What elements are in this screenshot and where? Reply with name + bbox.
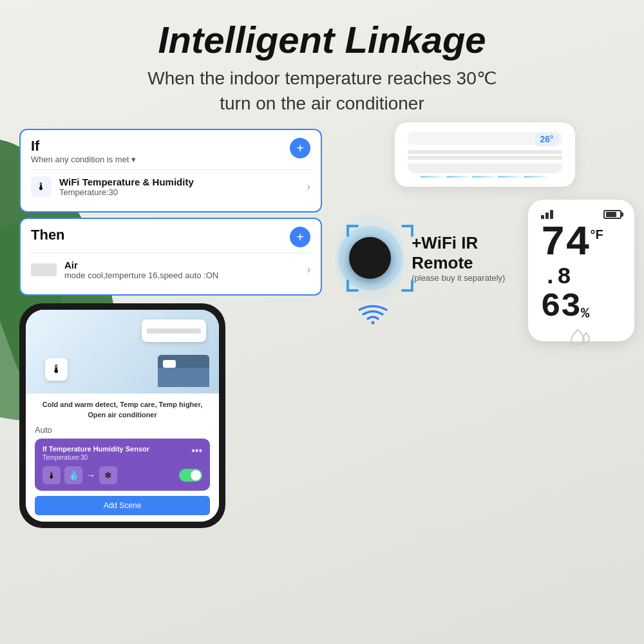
mini-ac-unit [142, 319, 206, 342]
thermometer-device: 74 °F .8 63 % [528, 200, 635, 341]
condition-value: Temperature:30 [59, 187, 307, 197]
right-panel: 26° [322, 129, 634, 528]
subtitle-line2: turn on the air conditioner [220, 93, 424, 113]
signal-bars-icon [541, 210, 553, 219]
auto-card-subtitle: Temperature:30 [43, 454, 149, 461]
temperature-decimal: .8 [544, 264, 571, 290]
ir-label: +WiFi IR Remote (please buy it separatel… [412, 233, 515, 283]
ir-arrows-svg [335, 213, 425, 303]
ac-vent-2 [408, 156, 562, 160]
phone-description: Cold and warm detect, Temp care, Temp hi… [35, 400, 210, 420]
signal-bar-3 [550, 210, 553, 219]
add-scene-button[interactable]: Add Scene [35, 496, 210, 515]
ac-unit: 26° [395, 122, 575, 187]
ac-icon [31, 263, 57, 276]
mini-sensor-icon: 🌡 [45, 358, 68, 381]
wind-line-1 [421, 176, 446, 178]
condition-row: 🌡 WiFi Temperature & Humidity Temperatur… [31, 169, 310, 204]
automation-card[interactable]: If Temperature Humidity Sensor Temperatu… [35, 439, 210, 491]
then-card-header: Then + [31, 227, 310, 247]
wind-line-5 [524, 176, 549, 178]
humidity-value: 63 [541, 290, 581, 324]
if-label: If [31, 138, 136, 155]
temperature-display: 74 °F [541, 223, 622, 264]
condition-name: WiFi Temperature & Humidity [59, 176, 307, 187]
ac-bottom [408, 164, 562, 173]
humidity-display: 63 % [541, 290, 622, 324]
temperature-unit: °F [590, 228, 603, 241]
auto-card-title: If Temperature Humidity Sensor [43, 445, 149, 453]
ir-remote-area: +WiFi IR Remote (please buy it separatel… [335, 213, 515, 303]
temperature-decimal-row: .8 [544, 264, 622, 290]
ir-circle-outer [335, 213, 405, 303]
ac-vents [408, 150, 562, 160]
subtitle: When the indoor temperature reaches 30℃ … [13, 66, 631, 116]
auto-label: Auto [35, 425, 210, 435]
battery-fill [606, 212, 616, 217]
phone-screen: 🌡 Cold and warm detect, Temp care, Temp … [26, 310, 219, 522]
temperature-value: 74 [541, 223, 591, 264]
page-title: Intelligent Linkage [13, 19, 631, 61]
wind-line-2 [446, 176, 472, 178]
auto-card-icons: 🌡 💧 → ❄ [43, 466, 202, 484]
action-name: Air [64, 260, 307, 270]
more-options-icon[interactable]: ••• [191, 445, 202, 457]
humidity-droplet-icon [568, 327, 594, 346]
arrow-icon: → [86, 470, 95, 480]
if-card-labels: If When any condition is met ▾ [31, 138, 136, 164]
then-add-button[interactable]: + [290, 227, 310, 247]
if-card: If When any condition is met ▾ + 🌡 WiFi … [19, 129, 322, 213]
wind-line-4 [498, 176, 524, 178]
condition-text: WiFi Temperature & Humidity Temperature:… [59, 176, 307, 197]
ac-display: 26° [535, 132, 559, 146]
action-value: mode cool,temperture 16,speed auto :ON [64, 270, 307, 280]
right-bottom-row: +WiFi IR Remote (please buy it separatel… [335, 200, 634, 341]
signal-bar-1 [541, 215, 544, 219]
battery-icon [603, 210, 621, 219]
then-card: Then + Air mode cool,temperture 16,speed… [19, 218, 322, 296]
if-card-header: If When any condition is met ▾ + [31, 138, 310, 164]
main-content: If When any condition is met ▾ + 🌡 WiFi … [0, 129, 644, 528]
thermometer-icon: 🌡 [31, 176, 52, 197]
wifi-area [359, 303, 388, 328]
phone-image-area: 🌡 [26, 310, 219, 393]
if-add-button[interactable]: + [290, 138, 310, 158]
signal-bar-2 [545, 213, 549, 219]
ir-remote-subtitle: (please buy it separately) [412, 273, 515, 283]
humidity-icon-box: 💧 [64, 466, 82, 484]
ac-action-icon-box: ❄ [99, 466, 117, 484]
action-text: Air mode cool,temperture 16,speed auto :… [64, 260, 307, 280]
action-row: Air mode cool,temperture 16,speed auto :… [31, 252, 310, 287]
mini-pillow [163, 360, 176, 368]
mini-ac-vent [147, 328, 201, 334]
sensor-icon-box: 🌡 [43, 466, 61, 484]
mini-bed [158, 355, 209, 387]
left-panel: If When any condition is met ▾ + 🌡 WiFi … [19, 129, 322, 528]
action-chevron-icon: › [307, 264, 310, 276]
header: Intelligent Linkage When the indoor temp… [0, 0, 644, 122]
toggle-switch[interactable] [179, 469, 202, 482]
phone-mockup: 🌡 Cold and warm detect, Temp care, Temp … [19, 303, 225, 528]
thermo-top-icons [541, 210, 622, 219]
phone-body: Cold and warm detect, Temp care, Temp hi… [26, 393, 219, 522]
wind-lines [408, 173, 562, 180]
then-label: Then [31, 227, 65, 243]
chevron-right-icon: › [307, 181, 310, 193]
page: Intelligent Linkage When the indoor temp… [0, 0, 644, 644]
subtitle-line1: When the indoor temperature reaches 30℃ [147, 68, 497, 88]
if-condition-label: When any condition is met ▾ [31, 155, 136, 164]
chevron-down-icon: ▾ [131, 155, 136, 164]
droplet-icon [541, 327, 622, 350]
ac-vent-1 [408, 150, 562, 154]
humidity-unit: % [581, 307, 589, 321]
wind-line-3 [472, 176, 498, 178]
wifi-signal-icon [359, 303, 388, 326]
ir-remote-title: +WiFi IR Remote [412, 233, 515, 273]
